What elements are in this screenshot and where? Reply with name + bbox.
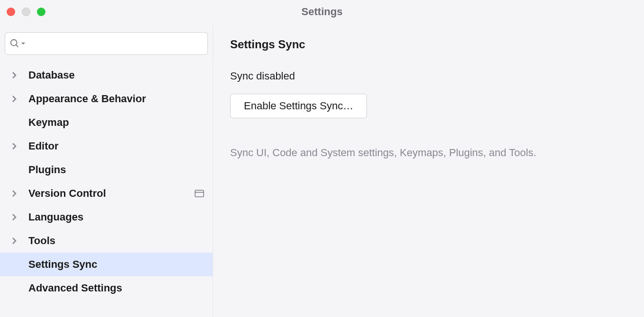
chevron-right-icon [11,237,28,245]
body-area: Database Appearance & Behavior Keymap [0,24,644,317]
sidebar-item-plugins[interactable]: Plugins [0,158,213,182]
titlebar: Settings [0,0,644,24]
sidebar-item-label: Advanced Settings [28,282,204,294]
chevron-right-icon [11,213,28,221]
traffic-lights [7,8,45,16]
sync-description: Sync UI, Code and System settings, Keyma… [230,147,627,159]
search-icon [9,38,26,49]
sidebar-item-languages[interactable]: Languages [0,205,213,229]
sidebar: Database Appearance & Behavior Keymap [0,24,213,317]
window-title: Settings [302,6,343,18]
sidebar-item-label: Editor [28,140,204,152]
svg-rect-2 [195,190,204,197]
sidebar-item-tools[interactable]: Tools [0,229,213,253]
svg-point-0 [11,40,17,46]
chevron-right-icon [11,142,28,150]
maximize-button[interactable] [37,8,45,16]
sidebar-item-appearance-behavior[interactable]: Appearance & Behavior [0,87,213,111]
search-input-wrap [5,32,208,55]
sidebar-item-settings-sync[interactable]: Settings Sync [0,253,213,276]
sidebar-item-label: Plugins [28,164,204,176]
enable-settings-sync-button[interactable]: Enable Settings Sync… [230,94,367,118]
sidebar-item-label: Database [28,69,204,81]
sidebar-item-label: Languages [28,211,204,223]
chevron-right-icon [11,71,28,79]
project-scope-icon [195,190,204,197]
chevron-right-icon [11,95,28,103]
chevron-right-icon [11,190,28,197]
sidebar-item-advanced-settings[interactable]: Advanced Settings [0,276,213,300]
sidebar-item-editor[interactable]: Editor [0,134,213,158]
minimize-button[interactable] [22,8,30,16]
close-button[interactable] [7,8,15,16]
sidebar-item-label: Tools [28,235,204,247]
settings-tree: Database Appearance & Behavior Keymap [0,63,213,300]
sidebar-item-label: Keymap [28,116,204,129]
settings-window: Settings [0,0,644,317]
search-wrap [0,32,213,63]
sidebar-item-label: Version Control [28,187,195,200]
search-input[interactable] [5,32,208,55]
sidebar-item-version-control[interactable]: Version Control [0,182,213,205]
sidebar-item-keymap[interactable]: Keymap [0,111,213,134]
sync-status: Sync disabled [230,70,627,82]
panel-title: Settings Sync [230,38,627,51]
sidebar-item-database[interactable]: Database [0,63,213,87]
svg-line-1 [16,45,18,47]
sidebar-item-label: Settings Sync [28,258,204,271]
sidebar-item-label: Appearance & Behavior [28,93,204,105]
main-panel: Settings Sync Sync disabled Enable Setti… [213,24,644,317]
